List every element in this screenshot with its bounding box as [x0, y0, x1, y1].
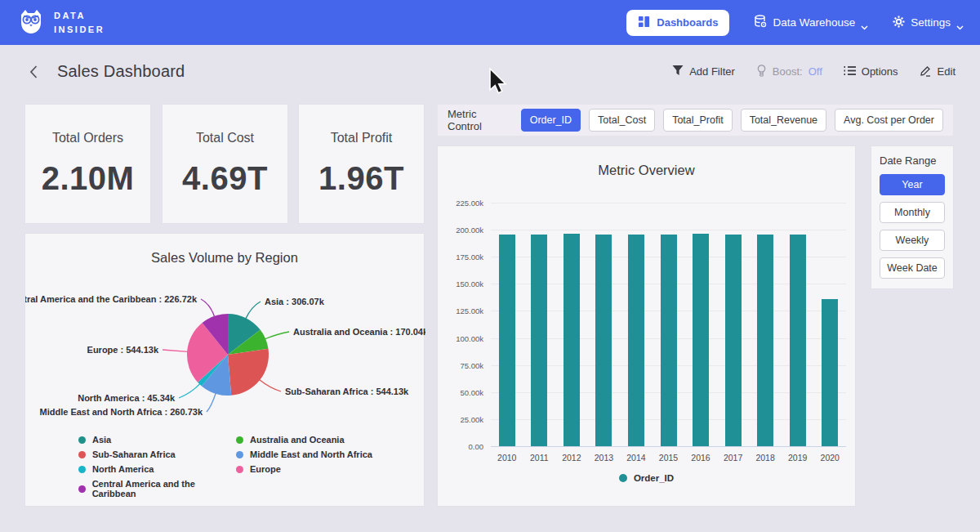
bar-2013: [595, 235, 612, 446]
kpi-value: 2.10M: [42, 160, 135, 197]
dashboards-grid-icon: [638, 16, 650, 30]
date-range-monthly-button[interactable]: Monthly: [880, 202, 945, 223]
metric-overview-chart-card: Metric Overview 225.00k200.00k175.00k150…: [437, 145, 856, 507]
legend-label: Australia and Oceania: [250, 435, 345, 445]
bar-2012: [564, 234, 580, 446]
pie-label: Asia : 306.07k: [265, 297, 325, 306]
x-axis-tick: 2011: [530, 453, 549, 463]
pencil-icon: [920, 65, 932, 79]
top-navbar: DATAINSIDER Dashboards: [0, 0, 980, 45]
x-axis-tick: 2014: [626, 453, 645, 463]
legend-label: Central America and the Caribbean: [92, 479, 236, 498]
pie-slice-sub-saharan-africa: [228, 349, 269, 396]
owl-logo-icon: [16, 7, 46, 39]
y-axis-tick: 150.00k: [438, 279, 483, 288]
metric-chip-order-id[interactable]: Order_ID: [521, 109, 581, 132]
x-axis-tick: 2018: [755, 453, 774, 463]
legend-label: North America: [92, 464, 154, 474]
pie-label: Europe : 544.13k: [87, 345, 159, 355]
bar-2017: [725, 235, 742, 446]
add-filter-button[interactable]: Add Filter: [672, 65, 735, 78]
x-axis-tick: 2017: [724, 453, 742, 463]
chevron-down-icon: [861, 20, 868, 25]
x-axis-tick: 2013: [595, 453, 613, 463]
date-range-year-button[interactable]: Year: [880, 174, 945, 195]
metric-chip-total-cost[interactable]: Total_Cost: [589, 109, 655, 132]
legend-dot: [236, 451, 243, 458]
gridline: [491, 446, 846, 447]
legend-dot: [78, 485, 86, 493]
pie-label: Central America and the Caribbean : 226.…: [25, 294, 198, 304]
bar-chart-legend[interactable]: Order_ID: [438, 473, 855, 483]
bar-2020: [822, 299, 838, 446]
kpi-label: Total Profit: [331, 131, 393, 145]
brand-logo[interactable]: DATAINSIDER: [16, 7, 105, 39]
kpi-card-total-orders: Total Orders 2.10M: [24, 104, 151, 224]
legend-item[interactable]: North America: [78, 464, 236, 474]
legend-label: Europe: [250, 464, 281, 474]
y-axis-tick: 175.00k: [438, 253, 483, 262]
legend-dot: [78, 436, 86, 444]
bar-2019: [790, 235, 806, 446]
y-axis-tick: 50.00k: [438, 387, 483, 396]
gridline: [491, 230, 846, 230]
back-button[interactable]: [24, 63, 42, 81]
x-axis-tick: 2012: [562, 453, 581, 463]
y-axis-tick: 100.00k: [438, 333, 483, 342]
legend-label: Middle East and North Africa: [250, 449, 372, 459]
legend-item[interactable]: Middle East and North Africa: [236, 449, 394, 459]
bar-2010: [499, 235, 515, 446]
metric-control-bar: Metric Control Order_ID Total_Cost Total…: [437, 104, 954, 136]
metric-chip-total-revenue[interactable]: Total_Revenue: [741, 109, 826, 132]
kpi-label: Total Orders: [52, 131, 123, 145]
x-axis-tick: 2019: [788, 453, 807, 463]
y-axis-tick: 200.00k: [438, 226, 483, 235]
gridline: [491, 203, 846, 203]
date-range-label: Date Range: [880, 154, 945, 167]
metric-chip-total-profit[interactable]: Total_Profit: [663, 109, 733, 132]
y-axis-tick: 0.00: [438, 442, 483, 451]
edit-button[interactable]: Edit: [920, 65, 956, 79]
boost-state: Off: [808, 65, 822, 78]
balloon-icon: [756, 65, 767, 79]
legend-item[interactable]: Central America and the Caribbean: [78, 479, 236, 498]
legend-dot: [619, 474, 627, 482]
metric-chip-avg-cost[interactable]: Avg. Cost per Order: [835, 109, 943, 132]
page-title: Sales Dashboard: [57, 62, 185, 81]
bar-2016: [693, 234, 709, 446]
kpi-card-total-cost: Total Cost 4.69T: [162, 104, 288, 224]
bar-2018: [757, 235, 773, 446]
legend-item[interactable]: Australia and Oceania: [236, 435, 394, 445]
legend-dot: [78, 451, 86, 458]
bar-2014: [628, 235, 644, 446]
date-range-week-date-button[interactable]: Week Date: [880, 257, 945, 279]
pie-leader-line: [179, 383, 200, 398]
bar-2015: [661, 235, 677, 446]
boost-toggle[interactable]: Boost:Off: [756, 65, 822, 79]
dashboards-button[interactable]: Dashboards: [626, 10, 729, 36]
pie-leader-line: [201, 299, 215, 317]
page-header: Sales Dashboard Add Filter Boost:Off: [0, 45, 980, 98]
bar-2011: [531, 235, 547, 446]
database-icon: [754, 15, 767, 30]
data-warehouse-menu[interactable]: Data Warehouse: [754, 15, 868, 30]
pie-leader-line: [265, 332, 289, 339]
bar-chart-plot: 225.00k200.00k175.00k150.00k125.00k100.0…: [438, 146, 855, 506]
legend-item[interactable]: Asia: [78, 435, 236, 445]
y-axis-tick: 225.00k: [438, 199, 483, 208]
pie-label: Middle East and North Africa : 260.73k: [40, 407, 203, 417]
gear-icon: [893, 16, 905, 30]
pie-label: Sub-Saharan Africa : 544.13k: [285, 387, 409, 396]
settings-menu[interactable]: Settings: [893, 16, 964, 30]
options-button[interactable]: Options: [844, 65, 898, 78]
y-axis-tick: 75.00k: [438, 360, 483, 369]
list-icon: [844, 65, 856, 78]
kpi-label: Total Cost: [196, 131, 254, 145]
chevron-down-icon: [956, 20, 964, 25]
legend-dot: [236, 436, 243, 444]
x-axis-tick: 2010: [497, 453, 516, 463]
legend-item[interactable]: Sub-Saharan Africa: [78, 449, 236, 459]
legend-item[interactable]: Europe: [236, 464, 394, 474]
date-range-weekly-button[interactable]: Weekly: [880, 230, 945, 251]
metric-control-label: Metric Control: [448, 108, 508, 132]
